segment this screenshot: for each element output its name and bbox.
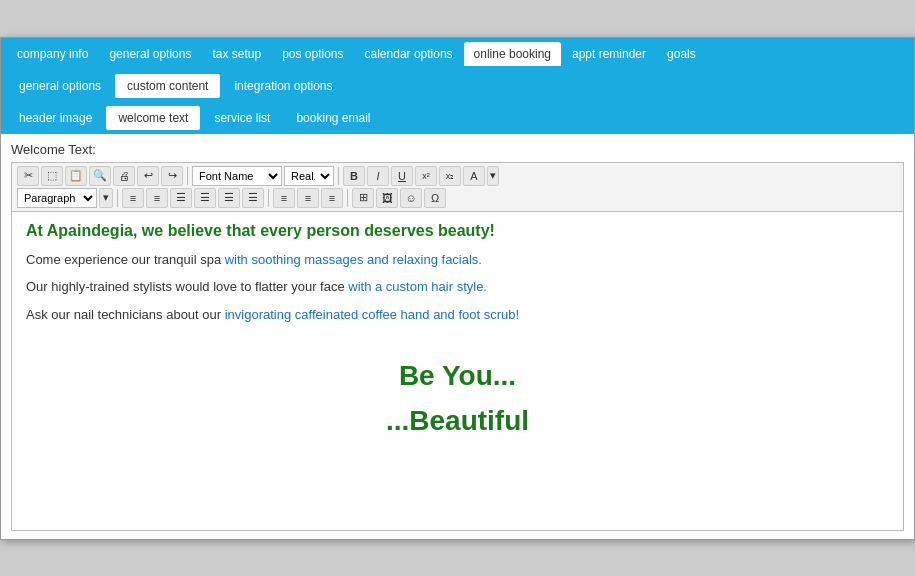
toolbar-sep-1 — [187, 167, 188, 185]
unordered-list[interactable]: ≡ — [273, 188, 295, 208]
nav-welcome-text[interactable]: welcome text — [106, 106, 200, 130]
nav-service-list[interactable]: service list — [202, 106, 282, 130]
nav-general-options[interactable]: general options — [99, 42, 201, 66]
ordered-list[interactable]: ≡ — [297, 188, 319, 208]
editor-tagline: Be You... ...Beautiful — [26, 354, 889, 444]
print-button[interactable]: 🖨 — [113, 166, 135, 186]
nav-booking-email[interactable]: booking email — [284, 106, 382, 130]
find-button[interactable]: 🔍 — [89, 166, 111, 186]
editor-toolbar: ✂ ⬚ 📋 🔍 🖨 ↩ ↪ Font Name Real... B I U x² — [11, 162, 904, 211]
indent[interactable]: ≡ — [321, 188, 343, 208]
toolbar-sep-2 — [338, 167, 339, 185]
italic-button[interactable]: I — [367, 166, 389, 186]
toolbar-sep-4 — [268, 189, 269, 207]
font-select[interactable]: Font Name — [192, 166, 282, 186]
nav-integration-options[interactable]: integration options — [222, 74, 344, 98]
nav-pos-options[interactable]: pos options — [272, 42, 353, 66]
content-area: Welcome Text: ✂ ⬚ 📋 🔍 🖨 ↩ ↪ Font Name Re… — [1, 134, 914, 539]
underline-button[interactable]: U — [391, 166, 413, 186]
table-insert[interactable]: ⊞ — [352, 188, 374, 208]
toolbar-row-2: Paragraph St... ▾ ≡ ≡ ☰ ☰ ☰ ☰ ≡ ≡ ≡ ⊞ 🖼 … — [17, 188, 898, 208]
section-label: Welcome Text: — [11, 142, 904, 157]
align-block-left[interactable]: ≡ — [122, 188, 144, 208]
size-select[interactable]: Real... — [284, 166, 334, 186]
align-left[interactable]: ☰ — [170, 188, 192, 208]
nav-online-booking[interactable]: online booking — [464, 42, 561, 66]
subscript-button[interactable]: x₂ — [439, 166, 461, 186]
para-dropdown[interactable]: ▾ — [99, 188, 113, 208]
app-window: company info general options tax setup p… — [0, 37, 915, 540]
toolbar-sep-3 — [117, 189, 118, 207]
redo-button[interactable]: ↪ — [161, 166, 183, 186]
font-color-button[interactable]: A — [463, 166, 485, 186]
editor-para-3: Ask our nail technicians about our invig… — [26, 305, 889, 325]
align-center[interactable]: ☰ — [194, 188, 216, 208]
align-right[interactable]: ☰ — [218, 188, 240, 208]
nav-company-info[interactable]: company info — [7, 42, 98, 66]
editor-body[interactable]: At Apaindegia, we believe that every per… — [11, 211, 904, 531]
paragraph-select[interactable]: Paragraph St... — [17, 188, 97, 208]
bold-button[interactable]: B — [343, 166, 365, 186]
font-color-dropdown[interactable]: ▾ — [487, 166, 499, 186]
nav-bar-1: company info general options tax setup p… — [1, 38, 914, 70]
copy-button[interactable]: ⬚ — [41, 166, 63, 186]
undo-button[interactable]: ↩ — [137, 166, 159, 186]
nav-calendar-options[interactable]: calendar options — [355, 42, 463, 66]
toolbar-sep-5 — [347, 189, 348, 207]
nav-bar-3: header image welcome text service list b… — [1, 102, 914, 134]
editor-para-1: Come experience our tranquil spa with so… — [26, 250, 889, 270]
superscript-button[interactable]: x² — [415, 166, 437, 186]
special-char[interactable]: Ω — [424, 188, 446, 208]
nav-goals[interactable]: goals — [657, 42, 706, 66]
toolbar-row-1: ✂ ⬚ 📋 🔍 🖨 ↩ ↪ Font Name Real... B I U x² — [17, 166, 898, 186]
align-block-right[interactable]: ≡ — [146, 188, 168, 208]
tagline-line-2: ...Beautiful — [26, 399, 889, 444]
nav-bar-2: general options custom content integrati… — [1, 70, 914, 102]
editor-para-2: Our highly-trained stylists would love t… — [26, 277, 889, 297]
nav-custom-content[interactable]: custom content — [115, 74, 220, 98]
paste-button[interactable]: 📋 — [65, 166, 87, 186]
nav-general-options-sub[interactable]: general options — [7, 74, 113, 98]
nav-header-image[interactable]: header image — [7, 106, 104, 130]
nav-appt-reminder[interactable]: appt reminder — [562, 42, 656, 66]
tagline-line-1: Be You... — [26, 354, 889, 399]
image-insert[interactable]: 🖼 — [376, 188, 398, 208]
nav-tax-setup[interactable]: tax setup — [202, 42, 271, 66]
align-justify[interactable]: ☰ — [242, 188, 264, 208]
cut-button[interactable]: ✂ — [17, 166, 39, 186]
smiley-insert[interactable]: ☺ — [400, 188, 422, 208]
editor-headline: At Apaindegia, we believe that every per… — [26, 222, 889, 240]
